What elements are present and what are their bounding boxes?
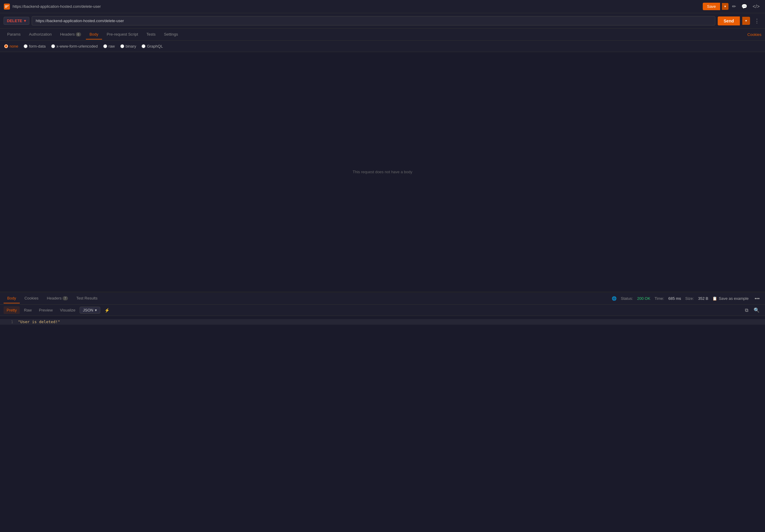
response-more-button[interactable]: ••• [753,295,761,302]
tab-settings[interactable]: Settings [160,30,182,40]
body-option-graphql[interactable]: GraphQL [142,44,163,49]
top-bar: https://backend-application-hosted.com/d… [0,0,765,13]
body-option-binary[interactable]: binary [120,44,136,49]
fmt-tab-raw[interactable]: Raw [21,306,35,314]
url-more-button[interactable]: ⋮ [752,16,761,25]
cookies-link[interactable]: Cookies [747,32,761,37]
body-options: none form-data x-www-form-urlencoded raw… [0,41,765,52]
size-value: 352 B [698,296,708,301]
code-icon-button[interactable]: </> [751,3,761,10]
edit-icon-button[interactable]: ✏ [730,2,738,10]
json-format-selector[interactable]: JSON ▾ [80,307,100,313]
top-bar-url: https://backend-application-hosted.com/d… [13,4,700,9]
comment-icon-button[interactable]: 💬 [740,2,749,10]
code-content-1: "User is deleted!" [18,319,60,324]
method-chevron-icon: ▾ [24,19,26,23]
resp-tab-test-results[interactable]: Test Results [73,293,101,303]
body-option-none[interactable]: none [4,44,18,49]
tab-authorization[interactable]: Authorization [25,30,55,40]
send-dropdown-button[interactable]: ▾ [742,17,750,25]
line-number-1: 1 [5,320,13,324]
resp-tab-cookies[interactable]: Cookies [21,293,42,303]
save-example-icon: 📋 [712,296,717,301]
main-content: DELETE ▾ Send ▾ ⋮ Params Authorization H… [0,13,765,532]
app-icon [4,3,10,10]
body-option-urlencoded[interactable]: x-www-form-urlencoded [51,44,98,49]
save-button[interactable]: Save [703,3,720,10]
fmt-tab-pretty[interactable]: Pretty [4,306,20,314]
request-tabs: Params Authorization Headers6 Body Pre-r… [0,29,765,41]
tab-tests[interactable]: Tests [143,30,159,40]
method-label: DELETE [7,19,22,23]
send-button[interactable]: Send [718,16,740,25]
fmt-tab-visualize[interactable]: Visualize [57,306,78,314]
filter-button[interactable]: ⚡ [103,307,111,314]
response-tabs: Body Cookies Headers7 Test Results 🌐 Sta… [0,292,765,304]
tab-params[interactable]: Params [4,30,24,40]
format-right-actions: ⧉ 🔍 [743,306,761,314]
top-actions: Save ▾ ✏ 💬 </> [703,2,761,10]
method-selector[interactable]: DELETE ▾ [4,17,29,25]
response-section: Body Cookies Headers7 Test Results 🌐 Sta… [0,292,765,532]
body-option-form-data[interactable]: form-data [24,44,46,49]
no-body-message: This request does not have a body [0,52,765,291]
code-line-1: 1 "User is deleted!" [0,319,765,325]
body-option-raw[interactable]: raw [103,44,115,49]
fmt-tab-preview[interactable]: Preview [36,306,56,314]
url-input[interactable] [32,16,715,25]
tab-pre-request-script[interactable]: Pre-request Script [103,30,142,40]
time-value: 685 ms [668,296,681,301]
resp-tab-headers[interactable]: Headers7 [43,293,72,303]
status-code: 200 OK [637,296,650,301]
tab-headers[interactable]: Headers6 [57,30,85,40]
url-bar: DELETE ▾ Send ▾ ⋮ [0,13,765,29]
copy-button[interactable]: ⧉ [743,306,750,314]
response-format-bar: Pretty Raw Preview Visualize JSON ▾ ⚡ ⧉ … [0,304,765,316]
search-button[interactable]: 🔍 [752,306,761,314]
response-status-bar: 🌐 Status: 200 OK Time: 685 ms Size: 352 … [612,295,761,302]
globe-icon: 🌐 [612,296,616,301]
save-dropdown-button[interactable]: ▾ [722,3,728,10]
json-chevron-icon: ▾ [95,308,97,312]
code-area: 1 "User is deleted!" [0,316,765,532]
save-as-example-button[interactable]: 📋 Save as example [712,296,749,301]
tab-body[interactable]: Body [86,30,102,40]
resp-tab-body[interactable]: Body [4,293,20,303]
